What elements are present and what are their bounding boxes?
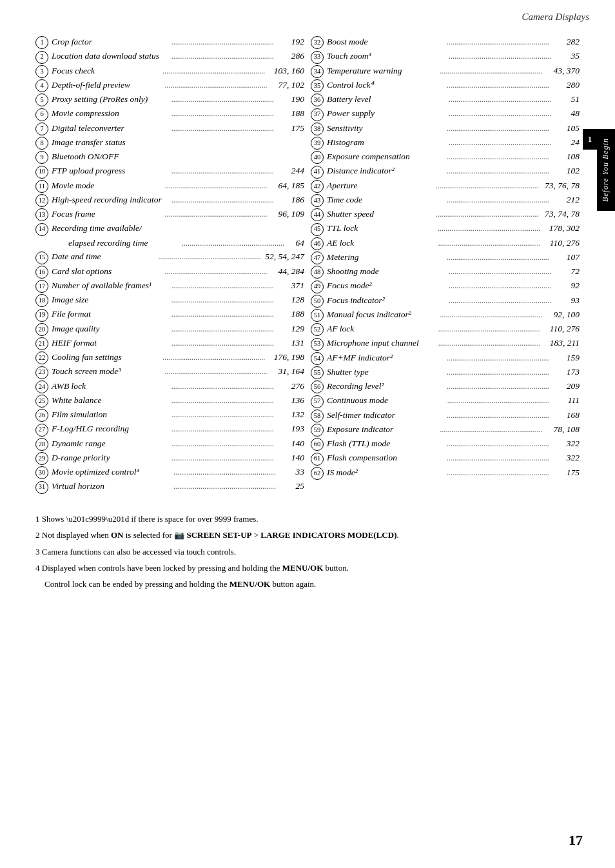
footnote-4: 4 Displayed when controls have been lock… bbox=[35, 561, 554, 575]
item-label: Movie compression bbox=[52, 107, 170, 121]
item-label: Image transfer status bbox=[52, 136, 178, 150]
item-number: 16 bbox=[35, 266, 48, 279]
item-label: Exposure compensation bbox=[327, 150, 445, 164]
item-number: 62 bbox=[311, 467, 324, 480]
item-label: Proxy setting (ProRes only) bbox=[52, 93, 170, 106]
list-item: 47 Metering ............................… bbox=[311, 251, 580, 264]
list-item: 52 AF lock .............................… bbox=[311, 322, 580, 336]
list-item: 17 Number of available frames¹ .........… bbox=[35, 279, 304, 293]
item-number: 25 bbox=[35, 395, 48, 408]
item-number: 12 bbox=[35, 194, 48, 207]
item-label: TTL lock bbox=[327, 222, 436, 235]
page-number: 17 bbox=[569, 832, 583, 849]
item-number: 8 bbox=[35, 137, 48, 150]
item-label: Image size bbox=[52, 293, 170, 307]
list-item: 60 Flash (TTL) mode ....................… bbox=[311, 437, 580, 451]
item-label: AE lock bbox=[327, 237, 437, 250]
item-number: 18 bbox=[35, 294, 48, 307]
list-item: 19 File format .........................… bbox=[35, 308, 304, 321]
list-item: 11 Movie mode ..........................… bbox=[35, 179, 304, 193]
item-number: 36 bbox=[311, 94, 324, 106]
list-item: 40 Exposure compensation ...............… bbox=[311, 150, 580, 164]
index-columns: 1 Crop factor ..........................… bbox=[35, 35, 580, 494]
list-item: 3 Focus check ..........................… bbox=[35, 64, 304, 78]
list-item: 1 Crop factor ..........................… bbox=[35, 35, 304, 49]
list-item: 36 Battery level .......................… bbox=[311, 93, 580, 106]
item-number: 44 bbox=[311, 208, 324, 221]
item-label: Shutter speed bbox=[327, 208, 434, 221]
list-item: 49 Focus mode² .........................… bbox=[311, 279, 580, 293]
page-header: Camera Displays bbox=[0, 0, 615, 29]
list-item: 9 Bluetooth ON/OFF bbox=[35, 150, 304, 164]
item-number: 58 bbox=[311, 409, 324, 422]
item-label: High-speed recording indicator bbox=[52, 193, 170, 207]
footnotes: 1 Shows \u201c9999\u201d if there is spa… bbox=[35, 512, 580, 594]
list-item: 53 Microphone input channel ............… bbox=[311, 337, 580, 350]
item-number: 3 bbox=[35, 65, 48, 78]
list-item: 50 Focus indicator² ....................… bbox=[311, 294, 580, 308]
item-number: 52 bbox=[311, 323, 324, 336]
item-label: Date and time bbox=[52, 250, 157, 264]
item-number: 47 bbox=[311, 252, 324, 264]
item-number: 32 bbox=[311, 36, 324, 49]
list-item: 29 D-range priority ....................… bbox=[35, 451, 304, 465]
item-label: Continuous mode bbox=[327, 394, 446, 408]
item-number: 33 bbox=[311, 51, 324, 64]
item-label: Focus check bbox=[52, 64, 161, 78]
item-number: 59 bbox=[311, 424, 324, 437]
item-label: Manual focus indicator² bbox=[327, 308, 439, 322]
item-label: Film simulation bbox=[52, 408, 170, 422]
item-label: Depth-of-field preview bbox=[52, 79, 164, 92]
list-item: 51 Manual focus indicator² .............… bbox=[311, 308, 580, 322]
item-label: File format bbox=[52, 308, 170, 321]
list-item: 27 F-Log/HLG recording .................… bbox=[35, 422, 304, 436]
item-number: 54 bbox=[311, 352, 324, 365]
item-label: Aperture bbox=[327, 179, 434, 193]
list-item: 32 Boost mode ..........................… bbox=[311, 35, 580, 49]
item-number: 49 bbox=[311, 281, 324, 293]
list-item: 41 Distance indicator² .................… bbox=[311, 164, 580, 178]
item-number: 23 bbox=[35, 366, 48, 379]
list-item: 35 Control lock⁴ .......................… bbox=[311, 79, 580, 92]
list-item: 45 TTL lock ............................… bbox=[311, 222, 580, 235]
list-item: 22 Cooling fan settings ................… bbox=[35, 351, 304, 364]
item-label: F-Log/HLG recording bbox=[52, 422, 170, 436]
item-number: 35 bbox=[311, 79, 324, 92]
item-label: Dynamic range bbox=[52, 437, 170, 451]
list-item: 59 Exposure indicator ..................… bbox=[311, 423, 580, 437]
item-label: Time code bbox=[327, 193, 445, 207]
item-label: IS mode² bbox=[327, 466, 445, 480]
list-item: 10 FTP upload progress .................… bbox=[35, 164, 304, 178]
item-label: Focus indicator² bbox=[327, 294, 447, 308]
item-number: 7 bbox=[35, 123, 48, 135]
list-item: 6 Movie compression ....................… bbox=[35, 107, 304, 121]
tab-number: 1 bbox=[583, 129, 597, 150]
item-label: Touch zoom³ bbox=[327, 50, 447, 63]
item-label: HEIF format bbox=[52, 337, 170, 350]
item-label: Flash compensation bbox=[327, 451, 445, 465]
item-label: Card slot options bbox=[52, 265, 164, 279]
list-item: 21 HEIF format .........................… bbox=[35, 337, 304, 350]
side-tab-label: Before You Begin bbox=[597, 129, 615, 211]
item-number: 53 bbox=[311, 338, 324, 351]
item-label: Cooling fan settings bbox=[52, 351, 161, 364]
list-item: 48 Shooting mode .......................… bbox=[311, 265, 580, 279]
item-number: 1 bbox=[35, 36, 48, 49]
list-item: 61 Flash compensation ..................… bbox=[311, 451, 580, 465]
list-item: 8 Image transfer status bbox=[35, 136, 304, 150]
item-number: 51 bbox=[311, 309, 324, 322]
footnote-2: 2 Not displayed when ON is selected for … bbox=[35, 528, 554, 542]
item-label: Distance indicator² bbox=[327, 164, 445, 178]
item-number: 21 bbox=[35, 337, 48, 350]
item-label: Number of available frames¹ bbox=[52, 279, 170, 293]
item-label: Focus mode² bbox=[327, 279, 447, 293]
item-label: AWB lock bbox=[52, 380, 170, 393]
list-item: 24 AWB lock ............................… bbox=[35, 380, 304, 393]
item-label: Self-timer indicator bbox=[327, 409, 445, 422]
item-label: Movie optimized control³ bbox=[52, 466, 172, 479]
item-number: 41 bbox=[311, 166, 324, 179]
item-number: 14 bbox=[35, 223, 48, 236]
list-item: 15 Date and time .......................… bbox=[35, 250, 304, 264]
item-number: 24 bbox=[35, 380, 48, 393]
item-number: 30 bbox=[35, 466, 48, 479]
